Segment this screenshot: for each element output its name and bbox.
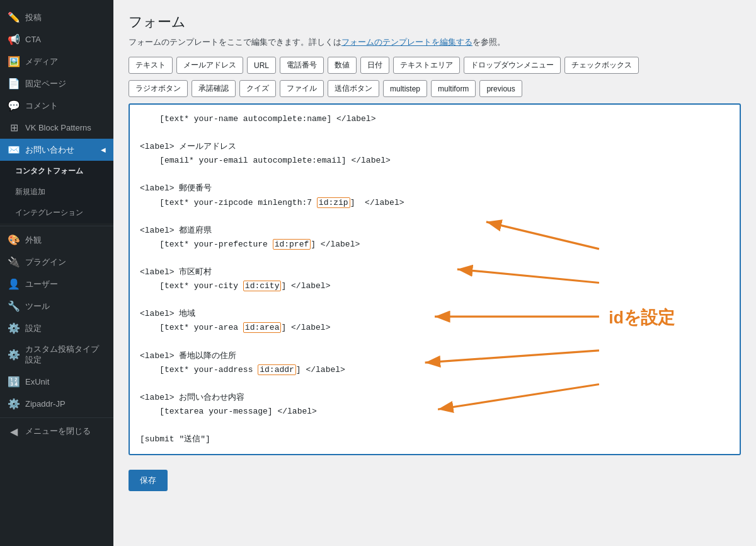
sidebar-item-zipaddr[interactable]: ⚙️ Zipaddr-JP [0,393,113,415]
sidebar-item-media[interactable]: 🖼️ メディア [0,50,113,73]
sidebar-item-contact[interactable]: ✉️ お問い合わせ ◀ [0,139,113,161]
tag-btn-email[interactable]: メールアドレス [176,57,243,74]
tag-btn-textarea[interactable]: テキストエリア [393,57,460,74]
vk-icon: ⊞ [8,122,20,134]
tools-icon: 🔧 [8,300,20,312]
id-area-highlight: id:area [243,322,282,333]
tag-btn-text[interactable]: テキスト [129,57,173,74]
media-icon: 🖼️ [8,55,20,67]
tag-buttons-row2: ラジオボタン 承諾確認 クイズ ファイル 送信ボタン multistep mul… [129,80,741,97]
id-pref-highlight: id:pref [273,239,311,250]
tag-btn-submit[interactable]: 送信ボタン [328,80,379,97]
tag-btn-multiform[interactable]: multiform [431,80,476,97]
page-title: フォーム [129,13,741,32]
sidebar-submenu-new-add[interactable]: 新規追加 [0,182,113,202]
posts-icon: ✏️ [8,11,20,23]
sidebar-item-custom-post[interactable]: ⚙️ カスタム投稿タイプ設定 [0,339,113,371]
tag-btn-quiz[interactable]: クイズ [239,80,276,97]
sidebar-item-settings[interactable]: ⚙️ 設定 [0,317,113,339]
tag-btn-previous[interactable]: previous [479,80,522,97]
tag-buttons-row: テキスト メールアドレス URL 電話番号 数値 日付 テキストエリア ドロップ… [129,57,741,74]
exunit-icon: 🔢 [8,376,20,388]
tag-btn-tel[interactable]: 電話番号 [280,57,324,74]
plugins-icon: 🔌 [8,256,20,268]
id-city-highlight: id:city [243,281,282,291]
pages-icon: 📄 [8,78,20,90]
appearance-icon: 🎨 [8,234,20,246]
comments-icon: 💬 [8,100,20,112]
editor-wrapper: [text* your-name autocomplete:name] </la… [129,103,741,455]
sidebar-item-appearance[interactable]: 🎨 外観 [0,229,113,251]
save-button[interactable]: 保存 [129,470,168,491]
tag-btn-checkbox[interactable]: チェックボックス [564,57,639,74]
users-icon: 👤 [8,278,20,290]
sidebar-item-comments[interactable]: 💬 コメント [0,95,113,117]
tag-btn-dropdown[interactable]: ドロップダウンメニュー [464,57,561,74]
tag-btn-number[interactable]: 数値 [328,57,357,74]
settings-icon: ⚙️ [8,322,20,334]
page-description: フォームのテンプレートをここで編集できます。詳しくはフォームのテンプレートを編集… [129,37,741,48]
tag-btn-radio[interactable]: ラジオボタン [129,80,188,97]
cta-icon: 📢 [8,33,20,45]
sidebar-item-users[interactable]: 👤 ユーザー [0,273,113,295]
zipaddr-icon: ⚙️ [8,398,20,410]
custom-post-icon: ⚙️ [8,349,20,361]
code-editor[interactable]: [text* your-name autocomplete:name] </la… [129,103,741,455]
sidebar-item-tools[interactable]: 🔧 ツール [0,295,113,317]
tag-btn-acceptance[interactable]: 承諾確認 [192,80,236,97]
sidebar-item-pages[interactable]: 📄 固定ページ [0,73,113,95]
sidebar-submenu-integration[interactable]: インテグレーション [0,202,113,223]
tag-btn-multistep[interactable]: multistep [383,80,427,97]
id-zip-highlight: id:zip [317,197,350,208]
sidebar-item-posts[interactable]: ✏️ 投稿 [0,6,113,28]
sidebar: ✏️ 投稿 📢 CTA 🖼️ メディア 📄 固定ページ 💬 コメント ⊞ VK … [0,0,113,546]
id-addr-highlight: id:addr [258,364,296,375]
sidebar-item-plugins[interactable]: 🔌 プラグイン [0,251,113,273]
contact-icon: ✉️ [8,144,20,156]
tag-btn-file[interactable]: ファイル [280,80,324,97]
template-link[interactable]: フォームのテンプレートを編集する [341,37,472,47]
tag-btn-url[interactable]: URL [247,57,276,74]
sidebar-item-cta[interactable]: 📢 CTA [0,28,113,50]
sidebar-item-vk[interactable]: ⊞ VK Block Patterns [0,117,113,139]
sidebar-submenu-contact-form[interactable]: コンタクトフォーム [0,161,113,182]
sidebar-item-exunit[interactable]: 🔢 ExUnit [0,371,113,393]
close-menu-icon: ◀ [8,426,20,438]
sidebar-item-close-menu[interactable]: ◀ メニューを閉じる [0,421,113,443]
main-content: フォーム フォームのテンプレートをここで編集できます。詳しくはフォームのテンプレ… [113,0,756,546]
tag-btn-date[interactable]: 日付 [360,57,389,74]
